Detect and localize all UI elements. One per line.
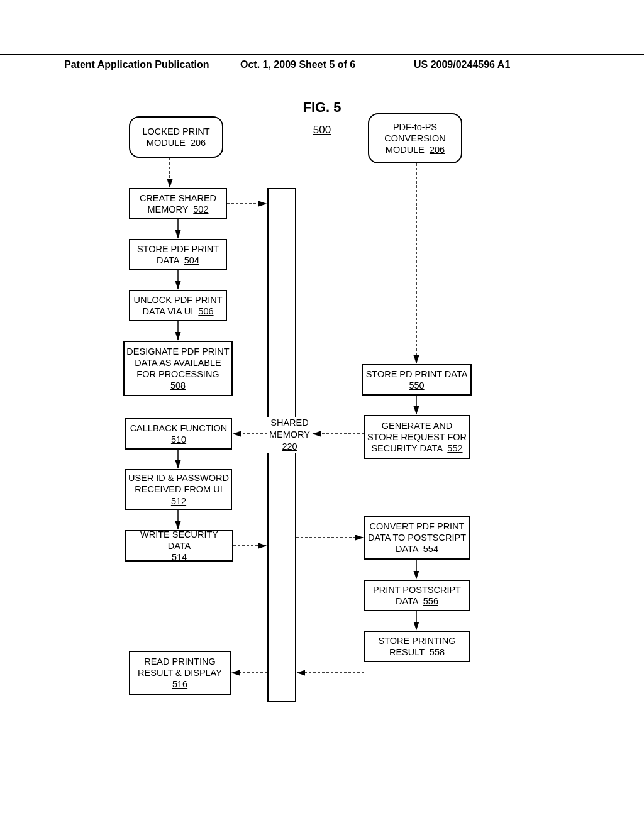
locked-print-module-box: LOCKED PRINT MODULE 206 [129,116,223,158]
pdf-to-ps-module-box: PDF-to-PS CONVERSION MODULE 206 [368,113,462,163]
shared-memory-label: SHARED MEMORY 220 [267,417,313,453]
page-header: Patent Application Publication Oct. 1, 2… [0,54,644,59]
unlock-pdf-print-data-box: UNLOCK PDF PRINT DATA VIA UI 506 [129,290,227,321]
print-postscript-box: PRINT POSTSCRIPT DATA 556 [364,580,470,611]
designate-pdf-box: DESIGNATE PDF PRINT DATA AS AVAILABLE FO… [123,341,233,396]
write-security-data-box: WRITE SECURITY DATA 514 [125,530,233,562]
flowchart-diagram: LOCKED PRINT MODULE 206 PDF-to-PS CONVER… [119,113,484,742]
header-mid: Oct. 1, 2009 Sheet 5 of 6 [240,59,355,70]
store-printing-result-box: STORE PRINTING RESULT 558 [364,631,470,662]
convert-pdf-box: CONVERT PDF PRINT DATA TO POSTSCRIPT DAT… [364,516,470,560]
generate-request-box: GENERATE AND STORE REQUEST FOR SECURITY … [364,415,470,459]
store-pd-print-data-box: STORE PD PRINT DATA 550 [362,364,472,396]
header-left: Patent Application Publication [64,59,209,70]
store-pdf-print-data-box: STORE PDF PRINT DATA 504 [129,239,227,270]
user-id-password-box: USER ID & PASSWORD RECEIVED FROM UI 512 [125,469,232,510]
read-printing-result-box: READ PRINTING RESULT & DISPLAY 516 [129,651,231,695]
create-shared-memory-box: CREATE SHARED MEMORY 502 [129,188,227,219]
header-right: US 2009/0244596 A1 [414,59,510,70]
callback-function-box: CALLBACK FUNCTION 510 [125,418,232,450]
